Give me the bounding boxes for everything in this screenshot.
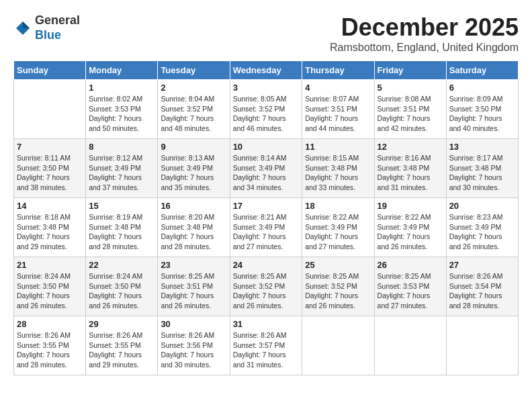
day-info: Sunrise: 8:22 AMSunset: 3:49 PMDaylight:… (378, 212, 443, 252)
calendar-cell: 13Sunrise: 8:17 AMSunset: 3:48 PMDayligh… (446, 139, 518, 198)
day-number: 31 (233, 319, 300, 329)
calendar-cell: 27Sunrise: 8:26 AMSunset: 3:54 PMDayligh… (446, 257, 518, 316)
day-number: 5 (378, 83, 443, 93)
calendar-cell: 1Sunrise: 8:02 AMSunset: 3:53 PMDaylight… (86, 80, 158, 139)
day-number: 8 (89, 142, 154, 152)
calendar-cell: 6Sunrise: 8:09 AMSunset: 3:50 PMDaylight… (446, 80, 518, 139)
calendar-cell: 15Sunrise: 8:19 AMSunset: 3:48 PMDayligh… (86, 198, 158, 257)
calendar-week-2: 7Sunrise: 8:11 AMSunset: 3:50 PMDaylight… (14, 139, 519, 198)
day-number: 27 (449, 260, 515, 270)
day-info: Sunrise: 8:14 AMSunset: 3:49 PMDaylight:… (233, 153, 300, 193)
calendar-cell: 26Sunrise: 8:25 AMSunset: 3:53 PMDayligh… (374, 257, 446, 316)
calendar-cell: 2Sunrise: 8:04 AMSunset: 3:52 PMDaylight… (158, 80, 230, 139)
day-number: 16 (161, 201, 226, 211)
day-number: 22 (89, 260, 154, 270)
day-info: Sunrise: 8:22 AMSunset: 3:49 PMDaylight:… (305, 212, 371, 252)
day-info: Sunrise: 8:23 AMSunset: 3:49 PMDaylight:… (449, 212, 515, 252)
day-info: Sunrise: 8:26 AMSunset: 3:54 PMDaylight:… (449, 271, 515, 311)
calendar-cell: 14Sunrise: 8:18 AMSunset: 3:48 PMDayligh… (14, 198, 86, 257)
day-number: 24 (233, 260, 300, 270)
calendar-cell: 16Sunrise: 8:20 AMSunset: 3:48 PMDayligh… (158, 198, 230, 257)
day-number: 29 (89, 319, 154, 329)
calendar-cell: 7Sunrise: 8:11 AMSunset: 3:50 PMDaylight… (14, 139, 86, 198)
day-number: 14 (17, 201, 83, 211)
day-info: Sunrise: 8:19 AMSunset: 3:48 PMDaylight:… (89, 212, 154, 252)
day-number: 7 (17, 142, 83, 152)
day-info: Sunrise: 8:26 AMSunset: 3:55 PMDaylight:… (89, 330, 154, 370)
calendar-cell: 30Sunrise: 8:26 AMSunset: 3:56 PMDayligh… (158, 316, 230, 375)
calendar-cell: 24Sunrise: 8:25 AMSunset: 3:52 PMDayligh… (230, 257, 302, 316)
day-number: 21 (17, 260, 83, 270)
calendar-cell: 10Sunrise: 8:14 AMSunset: 3:49 PMDayligh… (230, 139, 302, 198)
day-number: 12 (378, 142, 443, 152)
calendar-cell: 21Sunrise: 8:24 AMSunset: 3:50 PMDayligh… (14, 257, 86, 316)
calendar-cell: 29Sunrise: 8:26 AMSunset: 3:55 PMDayligh… (86, 316, 158, 375)
page-header: General Blue December 2025 Ramsbottom, E… (13, 13, 519, 54)
day-info: Sunrise: 8:25 AMSunset: 3:52 PMDaylight:… (233, 271, 300, 311)
calendar-cell: 28Sunrise: 8:26 AMSunset: 3:55 PMDayligh… (14, 316, 86, 375)
day-info: Sunrise: 8:26 AMSunset: 3:56 PMDaylight:… (161, 330, 226, 370)
logo: General Blue (13, 13, 80, 42)
logo-text: General Blue (35, 13, 80, 42)
day-header-wednesday: Wednesday (230, 61, 302, 80)
day-number: 28 (17, 319, 83, 329)
day-info: Sunrise: 8:15 AMSunset: 3:48 PMDaylight:… (305, 153, 371, 193)
logo-icon (13, 19, 32, 38)
svg-marker-1 (23, 21, 30, 28)
day-info: Sunrise: 8:07 AMSunset: 3:51 PMDaylight:… (305, 94, 371, 134)
day-info: Sunrise: 8:26 AMSunset: 3:57 PMDaylight:… (233, 330, 300, 370)
day-header-monday: Monday (86, 61, 158, 80)
title-area: December 2025 Ramsbottom, England, Unite… (330, 13, 519, 54)
day-info: Sunrise: 8:17 AMSunset: 3:48 PMDaylight:… (449, 153, 515, 193)
day-header-friday: Friday (374, 61, 446, 80)
location-title: Ramsbottom, England, United Kingdom (330, 42, 519, 54)
day-number: 25 (305, 260, 371, 270)
day-info: Sunrise: 8:08 AMSunset: 3:51 PMDaylight:… (378, 94, 443, 134)
calendar-week-5: 28Sunrise: 8:26 AMSunset: 3:55 PMDayligh… (14, 316, 519, 375)
day-info: Sunrise: 8:11 AMSunset: 3:50 PMDaylight:… (17, 153, 83, 193)
calendar-cell (302, 316, 374, 375)
day-number: 9 (161, 142, 226, 152)
calendar-week-4: 21Sunrise: 8:24 AMSunset: 3:50 PMDayligh… (14, 257, 519, 316)
day-number: 15 (89, 201, 154, 211)
day-info: Sunrise: 8:25 AMSunset: 3:51 PMDaylight:… (161, 271, 226, 311)
day-info: Sunrise: 8:02 AMSunset: 3:53 PMDaylight:… (89, 94, 154, 134)
day-header-tuesday: Tuesday (158, 61, 230, 80)
calendar-cell (14, 80, 86, 139)
day-number: 11 (305, 142, 371, 152)
day-number: 20 (449, 201, 515, 211)
day-info: Sunrise: 8:25 AMSunset: 3:52 PMDaylight:… (305, 271, 371, 311)
day-info: Sunrise: 8:09 AMSunset: 3:50 PMDaylight:… (449, 94, 515, 134)
calendar-cell (446, 316, 518, 375)
calendar-header-row: SundayMondayTuesdayWednesdayThursdayFrid… (14, 61, 519, 80)
calendar-cell: 4Sunrise: 8:07 AMSunset: 3:51 PMDaylight… (302, 80, 374, 139)
calendar-cell (374, 316, 446, 375)
day-info: Sunrise: 8:05 AMSunset: 3:52 PMDaylight:… (233, 94, 300, 134)
day-number: 2 (161, 83, 226, 93)
calendar-cell: 20Sunrise: 8:23 AMSunset: 3:49 PMDayligh… (446, 198, 518, 257)
day-info: Sunrise: 8:20 AMSunset: 3:48 PMDaylight:… (161, 212, 226, 252)
calendar-table: SundayMondayTuesdayWednesdayThursdayFrid… (13, 60, 519, 375)
day-info: Sunrise: 8:16 AMSunset: 3:48 PMDaylight:… (378, 153, 443, 193)
calendar-cell: 8Sunrise: 8:12 AMSunset: 3:49 PMDaylight… (86, 139, 158, 198)
day-number: 13 (449, 142, 515, 152)
calendar-cell: 25Sunrise: 8:25 AMSunset: 3:52 PMDayligh… (302, 257, 374, 316)
calendar-cell: 19Sunrise: 8:22 AMSunset: 3:49 PMDayligh… (374, 198, 446, 257)
day-info: Sunrise: 8:13 AMSunset: 3:49 PMDaylight:… (161, 153, 226, 193)
calendar-cell: 12Sunrise: 8:16 AMSunset: 3:48 PMDayligh… (374, 139, 446, 198)
day-number: 26 (378, 260, 443, 270)
calendar-cell: 18Sunrise: 8:22 AMSunset: 3:49 PMDayligh… (302, 198, 374, 257)
calendar-cell: 11Sunrise: 8:15 AMSunset: 3:48 PMDayligh… (302, 139, 374, 198)
day-header-saturday: Saturday (446, 61, 518, 80)
day-header-sunday: Sunday (14, 61, 86, 80)
day-number: 17 (233, 201, 300, 211)
day-number: 30 (161, 319, 226, 329)
calendar-week-1: 1Sunrise: 8:02 AMSunset: 3:53 PMDaylight… (14, 80, 519, 139)
day-number: 3 (233, 83, 300, 93)
calendar-cell: 3Sunrise: 8:05 AMSunset: 3:52 PMDaylight… (230, 80, 302, 139)
day-number: 6 (449, 83, 515, 93)
day-number: 4 (305, 83, 371, 93)
calendar-cell: 9Sunrise: 8:13 AMSunset: 3:49 PMDaylight… (158, 139, 230, 198)
day-number: 1 (89, 83, 154, 93)
day-info: Sunrise: 8:21 AMSunset: 3:49 PMDaylight:… (233, 212, 300, 252)
